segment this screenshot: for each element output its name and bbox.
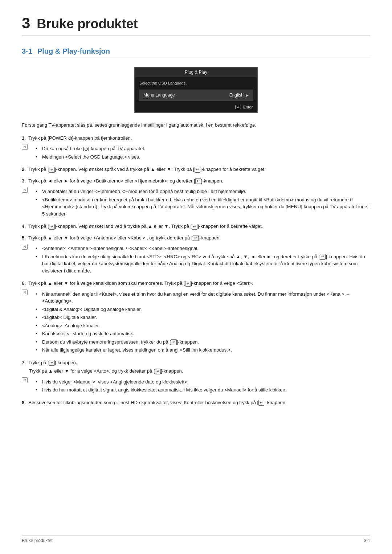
step-6-bullet-4: •Kanalsøket vil starte og avslutte autom… bbox=[36, 330, 370, 337]
osd-footer-label: Enter bbox=[243, 105, 253, 109]
osd-dialog-container: Plug & Play Select the OSD Language. Men… bbox=[22, 67, 370, 113]
step-1-subbullets: •Du kan også bruke [⏻]-knappen på TV-app… bbox=[36, 145, 370, 160]
note-icon: N bbox=[22, 144, 28, 150]
step-3-subbullets: •Vi anbefaler at du velger <Hjemmebruk>-… bbox=[36, 188, 370, 217]
note-icon-3: N bbox=[22, 187, 28, 193]
note-icon-6: N bbox=[22, 290, 28, 295]
step-5: 5. Trykk på ▲ eller ▼ for å velge <Anten… bbox=[22, 234, 370, 276]
step-6-bullet-1: •<Digital & Analog>: Digitale og analoge… bbox=[36, 306, 370, 313]
chapter-heading: 3 Bruke produktet bbox=[22, 15, 370, 36]
step-7-bullet-1: •Hvis du velger <Manuell>, vises <Angi g… bbox=[36, 378, 370, 386]
step-5-subbullets: •<Antenne>: <Antenne >-antennesignal. / … bbox=[36, 245, 370, 274]
step-6-bullet-2: •<Digital>: Digitale kanaler. bbox=[36, 314, 370, 321]
intro-text: Første gang TV-apparatet slås på, settes… bbox=[22, 122, 370, 129]
osd-menu-language-label: Menu Language bbox=[143, 93, 175, 98]
osd-menu-language-value: English ▶ bbox=[229, 93, 249, 98]
step-3-number: 3. bbox=[22, 177, 26, 185]
step-8: 8. Beskrivelsen for tilkoblingsmetoden s… bbox=[22, 399, 370, 406]
step-5-note-row: N •<Antenne>: <Antenne >-antennesignal. … bbox=[22, 243, 370, 275]
step-3-bullet-2: •<Butikkdemo> modusen er kun beregnet på… bbox=[36, 196, 370, 218]
osd-footer: ↵ Enter bbox=[135, 103, 257, 112]
osd-title-bar: Plug & Play bbox=[135, 67, 257, 77]
step-3-notes: N •Vi anbefaler at du velger <Hjemmebruk… bbox=[22, 186, 370, 218]
osd-dialog-box: Plug & Play Select the OSD Language. Men… bbox=[134, 67, 258, 113]
step-7-subbullets: •Hvis du velger <Manuell>, vises <Angi g… bbox=[36, 378, 370, 394]
step-3-text: Trykk på ◄ eller ► for å velge <Butikkde… bbox=[27, 177, 223, 185]
step-7-number: 7. bbox=[22, 359, 26, 366]
step-6-subbullets: •Når antennekilden angis til <Kabel>, vi… bbox=[36, 291, 370, 354]
page-footer: Bruke produktet 3-1 bbox=[22, 535, 370, 543]
footer-right: 3-1 bbox=[364, 538, 370, 543]
step-4: 4. Trykk på [↵]-knappen. Velg ønsket lan… bbox=[22, 223, 370, 230]
osd-arrow-icon: ▶ bbox=[246, 93, 249, 97]
step-1-bullet-1: •Du kan også bruke [⏻]-knappen på TV-app… bbox=[36, 145, 370, 152]
step-4-number: 4. bbox=[22, 223, 26, 230]
step-4-text: Trykk på [↵]-knappen. Velg ønsket land v… bbox=[27, 223, 263, 230]
section-number: 3-1 bbox=[22, 47, 32, 56]
step-1-text: Trykk på [POWER ⏻]-knappen på fjernkontr… bbox=[27, 135, 132, 142]
step-5-bullet-2: •I Kabelmodus kan du velge riktig signal… bbox=[36, 253, 370, 275]
step-3-bullet-1: •Vi anbefaler at du velger <Hjemmebruk>-… bbox=[36, 188, 370, 195]
step-5-text: Trykk på ▲ eller ▼ for å velge <Antenne>… bbox=[27, 234, 221, 242]
step-5-notes: N •<Antenne>: <Antenne >-antennesignal. … bbox=[22, 243, 370, 275]
footer-left: Bruke produktet bbox=[22, 538, 53, 543]
step-2-number: 2. bbox=[22, 166, 26, 173]
section-heading: 3-1 Plug & Play-funksjon bbox=[22, 47, 370, 58]
step-6-bullet-6: •Når alle tilgjengelige kanaler er lagre… bbox=[36, 346, 370, 354]
enter-icon: ↵ bbox=[235, 105, 241, 109]
step-8-number: 8. bbox=[22, 399, 26, 406]
note-icon-7: N bbox=[22, 377, 28, 383]
step-7-notes: N •Hvis du velger <Manuell>, vises <Angi… bbox=[22, 377, 370, 395]
step-1-bullet-2: •Meldingen <Select the OSD Language.> vi… bbox=[36, 153, 370, 161]
step-6-main-bullet: •Når antennekilden angis til <Kabel>, vi… bbox=[36, 291, 370, 305]
step-7-subtext: Trykk på ▲ eller ▼ for å velge <Auto>, o… bbox=[29, 368, 370, 375]
step-8-text: Beskrivelsen for tilkoblingsmetoden som … bbox=[27, 399, 287, 406]
chapter-title: Bruke produktet bbox=[37, 16, 138, 32]
step-1-notes: N •Du kan også bruke [⏻]-knappen på TV-a… bbox=[22, 144, 370, 161]
osd-subtitle: Select the OSD Language. bbox=[135, 77, 257, 87]
step-2: 2. Trykk på [↵]-knappen. Velg ønsket spr… bbox=[22, 166, 370, 173]
step-1: 1. Trykk på [POWER ⏻]-knappen på fjernko… bbox=[22, 135, 370, 162]
chapter-number: 3 bbox=[22, 15, 30, 32]
osd-menu-language-row: Menu Language English ▶ bbox=[139, 90, 253, 100]
step-1-number: 1. bbox=[22, 135, 26, 142]
step-6-number: 6. bbox=[22, 280, 26, 287]
step-7-text: Trykk på [↵]-knappen. bbox=[27, 359, 77, 366]
note-icon-5: N bbox=[22, 244, 28, 250]
step-6-notes: N •Når antennekilden angis til <Kabel>, … bbox=[22, 289, 370, 355]
step-3-note-row: N •Vi anbefaler at du velger <Hjemmebruk… bbox=[22, 186, 370, 218]
section-title: Plug & Play-funksjon bbox=[37, 47, 110, 56]
step-6-text: Trykk på ▲ eller ▼ for å velge kanalkild… bbox=[27, 280, 253, 287]
step-2-text: Trykk på [↵]-knappen. Velg ønsket språk … bbox=[27, 166, 266, 173]
step-7: 7. Trykk på [↵]-knappen. Trykk på ▲ elle… bbox=[22, 359, 370, 395]
step-7-note-row: N •Hvis du velger <Manuell>, vises <Angi… bbox=[22, 377, 370, 395]
step-6-bullet-3: •<Analog>: Analoge kanaler. bbox=[36, 322, 370, 329]
step-6: 6. Trykk på ▲ eller ▼ for å velge kanalk… bbox=[22, 280, 370, 355]
step-5-bullet-1: •<Antenne>: <Antenne >-antennesignal. / … bbox=[36, 245, 370, 252]
step-7-bullet-2: •Hvis du har mottatt et digitalt signal,… bbox=[36, 386, 370, 394]
steps-list: 1. Trykk på [POWER ⏻]-knappen på fjernko… bbox=[22, 135, 370, 406]
step-3: 3. Trykk på ◄ eller ► for å velge <Butik… bbox=[22, 177, 370, 219]
step-6-bullet-5: •Dersom du vil avbryte memoreringsproses… bbox=[36, 338, 370, 346]
step-6-note-row: N •Når antennekilden angis til <Kabel>, … bbox=[22, 289, 370, 355]
step-5-number: 5. bbox=[22, 234, 26, 242]
step-1-note-row: N •Du kan også bruke [⏻]-knappen på TV-a… bbox=[22, 144, 370, 161]
